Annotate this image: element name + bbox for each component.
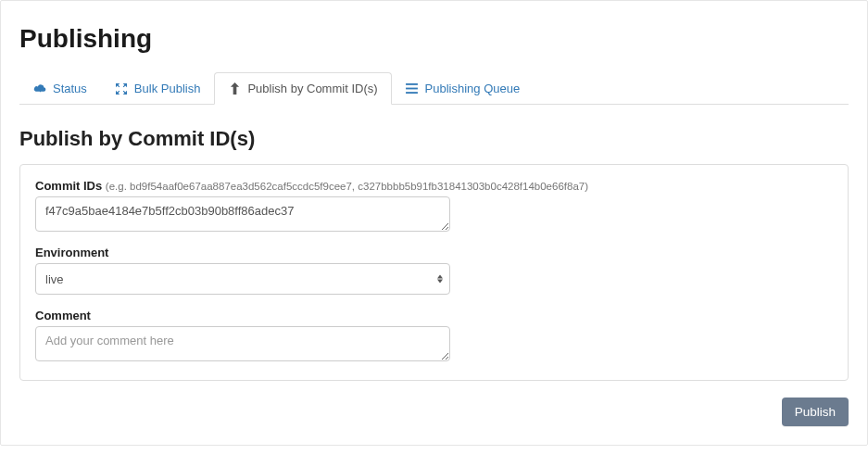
svg-rect-1 [406, 88, 418, 90]
svg-rect-2 [406, 92, 418, 94]
commit-ids-group: Commit IDs (e.g. bd9f54aaf0e67aa887ea3d5… [35, 178, 833, 232]
environment-select[interactable]: live [35, 263, 450, 295]
tab-status[interactable]: Status [19, 72, 101, 105]
comment-label: Comment [35, 309, 91, 322]
page-title: Publishing [19, 24, 849, 54]
svg-rect-0 [406, 83, 418, 85]
commit-ids-label-text: Commit IDs [35, 179, 102, 193]
arrow-up-icon [228, 82, 241, 95]
cloud-download-icon [33, 82, 46, 95]
environment-group: Environment live [35, 245, 833, 295]
environment-label: Environment [35, 246, 108, 259]
tab-publishing-queue-label: Publishing Queue [425, 82, 521, 95]
publishing-panel: Publishing Status Bulk Publish Publish b… [0, 0, 868, 446]
comment-input[interactable] [35, 326, 450, 361]
tab-bulk-publish-label: Bulk Publish [134, 82, 201, 95]
form-actions: Publish [19, 398, 849, 426]
tab-publish-by-commit-label: Publish by Commit ID(s) [247, 82, 377, 95]
comment-group: Comment [35, 308, 833, 361]
tab-bulk-publish[interactable]: Bulk Publish [101, 72, 215, 105]
commit-ids-label: Commit IDs (e.g. bd9f54aaf0e67aa887ea3d5… [35, 179, 588, 193]
environment-select-wrap: live [35, 263, 450, 295]
commit-ids-hint: (e.g. bd9f54aaf0e67aa887ea3d562caf5ccdc5… [106, 181, 588, 192]
nav-tabs: Status Bulk Publish Publish by Commit ID… [19, 72, 849, 105]
tab-publishing-queue[interactable]: Publishing Queue [392, 72, 535, 105]
fullscreen-icon [115, 82, 128, 95]
list-icon [406, 82, 419, 95]
section-heading: Publish by Commit ID(s) [19, 127, 849, 151]
commit-ids-input[interactable] [35, 196, 450, 232]
publish-form: Commit IDs (e.g. bd9f54aaf0e67aa887ea3d5… [19, 164, 849, 381]
tab-status-label: Status [53, 82, 87, 95]
publish-button[interactable]: Publish [782, 398, 849, 426]
tab-publish-by-commit[interactable]: Publish by Commit ID(s) [214, 72, 391, 105]
